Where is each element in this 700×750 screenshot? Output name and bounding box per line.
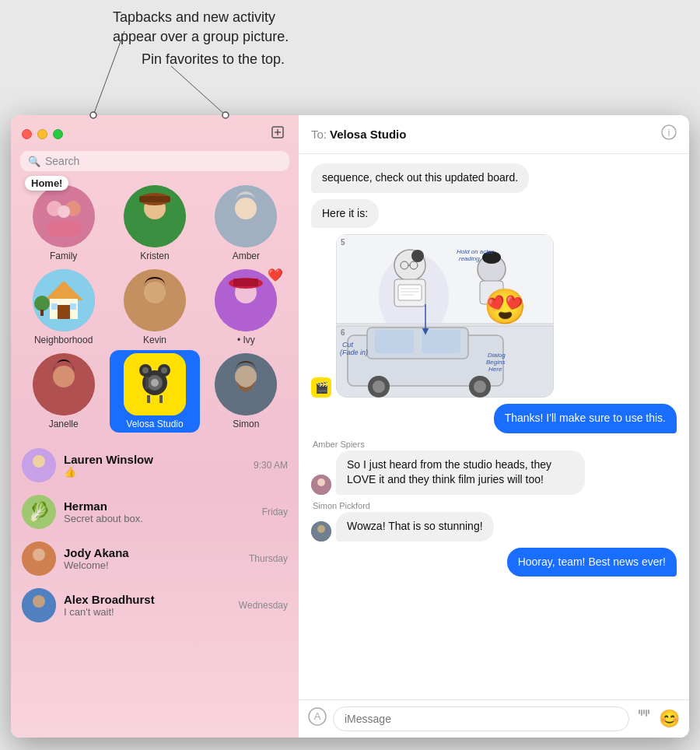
svg-point-92 bbox=[317, 478, 325, 486]
pinned-item-velosa[interactable]: Velosa Studio bbox=[110, 350, 199, 433]
conv-info-lauren: Lauren Winslow 👍 bbox=[64, 453, 246, 478]
svg-rect-98 bbox=[641, 710, 642, 716]
maximize-button[interactable] bbox=[53, 129, 63, 139]
msg-hooray: Hooray, team! Best news ever! bbox=[507, 548, 677, 577]
svg-line-0 bbox=[93, 31, 124, 115]
svg-point-37 bbox=[151, 379, 159, 387]
svg-text:A: A bbox=[314, 710, 321, 722]
svg-rect-65 bbox=[398, 285, 422, 300]
pinned-label-ivy: • Ivy bbox=[237, 335, 255, 345]
svg-rect-79 bbox=[422, 330, 460, 353]
svg-point-83 bbox=[474, 380, 486, 393]
svg-rect-97 bbox=[639, 710, 640, 714]
msg-row-simon-inner: Wowza! That is so stunning! bbox=[311, 512, 677, 541]
close-button[interactable] bbox=[22, 129, 32, 139]
svg-point-17 bbox=[235, 198, 257, 219]
pinned-item-kristen[interactable]: Kristen bbox=[110, 182, 199, 265]
svg-rect-21 bbox=[58, 305, 70, 319]
compose-button[interactable] bbox=[268, 122, 288, 146]
search-bar[interactable]: 🔍 Search bbox=[20, 151, 289, 171]
message-input[interactable] bbox=[333, 706, 629, 731]
svg-rect-38 bbox=[145, 377, 149, 389]
svg-text:Dialog: Dialog bbox=[488, 352, 506, 359]
pinned-item-janelle[interactable]: Janelle bbox=[19, 350, 108, 433]
pinned-item-ivy[interactable]: ❤️ • Ivy bbox=[201, 266, 291, 349]
pinned-label-amber: Amber bbox=[233, 251, 260, 261]
conv-item-jody[interactable]: Jody Akana Welcome! Thursday bbox=[11, 535, 299, 582]
conv-item-alex[interactable]: Alex Broadhurst I can't wait! Wednesday bbox=[11, 582, 299, 629]
svg-text:Hold on actor: Hold on actor bbox=[457, 248, 494, 255]
svg-rect-100 bbox=[646, 710, 647, 717]
chat-to-label: To: bbox=[311, 128, 327, 141]
pinned-label-velosa: Velosa Studio bbox=[126, 419, 183, 429]
conv-preview-jody: Welcome! bbox=[64, 559, 241, 571]
conv-avatar-alex bbox=[22, 588, 56, 622]
annotation-area: Tapbacks and new activity appear over a … bbox=[0, 0, 700, 124]
avatar-kevin bbox=[124, 269, 186, 331]
msg-amber-text: So I just heard from the studio heads, t… bbox=[336, 450, 585, 495]
heart-badge-ivy: ❤️ bbox=[268, 268, 283, 282]
svg-rect-43 bbox=[147, 395, 150, 403]
chat-messages: sequence, check out this updated board. … bbox=[299, 154, 689, 699]
conv-item-herman[interactable]: 🥬 Herman Secret about box. Friday bbox=[11, 489, 299, 535]
pinned-grid: Home! Family bbox=[11, 179, 299, 439]
avatar-family bbox=[33, 185, 95, 247]
pinned-item-kevin[interactable]: Kevin bbox=[110, 266, 199, 349]
svg-text:😍: 😍 bbox=[484, 286, 527, 327]
minimize-button[interactable] bbox=[37, 129, 47, 139]
msg-storyboard-image: Hold on actor reading. 5 😍 bbox=[336, 234, 554, 398]
msg-sender-simon: Simon Pickford bbox=[311, 501, 677, 510]
svg-point-10 bbox=[58, 205, 70, 218]
conv-time-jody: Thursday bbox=[249, 553, 288, 564]
pinned-item-simon[interactable]: Simon bbox=[201, 350, 291, 433]
svg-rect-99 bbox=[643, 710, 645, 714]
conv-time-alex: Wednesday bbox=[239, 600, 288, 611]
svg-text:6: 6 bbox=[341, 328, 345, 337]
svg-point-24 bbox=[34, 296, 50, 311]
avatar-velosa bbox=[124, 353, 186, 415]
audio-button[interactable] bbox=[635, 709, 653, 730]
svg-point-41 bbox=[142, 367, 149, 373]
unread-dot-family bbox=[36, 238, 44, 246]
conv-info-alex: Alex Broadhurst I can't wait! bbox=[64, 593, 231, 618]
conv-item-lauren[interactable]: Lauren Winslow 👍 9:30 AM bbox=[11, 442, 299, 489]
chat-info-button[interactable]: i bbox=[661, 124, 677, 144]
svg-rect-15 bbox=[139, 196, 170, 202]
svg-point-60 bbox=[411, 250, 424, 262]
svg-rect-23 bbox=[70, 303, 76, 310]
conv-time-lauren: 9:30 AM bbox=[254, 460, 288, 471]
chat-to-name: Velosa Studio bbox=[330, 128, 406, 141]
conv-preview-alex: I can't wait! bbox=[64, 606, 231, 618]
conv-name-herman: Herman bbox=[64, 499, 254, 513]
msg-row-image: 🎬 bbox=[311, 234, 677, 398]
avatar-neighborhood bbox=[33, 269, 95, 331]
svg-text:Cut: Cut bbox=[342, 341, 354, 349]
svg-text:i: i bbox=[668, 128, 670, 138]
pinned-label-family: Family bbox=[50, 251, 77, 261]
conv-time-herman: Friday bbox=[262, 506, 288, 517]
apps-button[interactable]: A bbox=[308, 707, 327, 731]
conv-name-jody: Jody Akana bbox=[64, 546, 241, 559]
msg-row-amber-inner: So I just heard from the studio heads, t… bbox=[311, 450, 677, 495]
conv-preview-herman: Secret about box. bbox=[64, 513, 254, 524]
msg-sender-amber: Amber Spiers bbox=[311, 440, 677, 449]
avatar-kristen bbox=[124, 185, 186, 247]
svg-rect-78 bbox=[375, 330, 414, 353]
svg-text:reading.: reading. bbox=[459, 255, 481, 262]
msg-avatar-simon-small bbox=[311, 521, 331, 541]
svg-point-27 bbox=[144, 282, 166, 303]
pinned-item-family[interactable]: Home! Family bbox=[19, 182, 108, 265]
pinned-item-neighborhood[interactable]: Neighborhood bbox=[19, 266, 108, 349]
pinned-label-kevin: Kevin bbox=[143, 335, 166, 345]
annotation-text-1: Tapbacks and new activity appear over a … bbox=[113, 8, 289, 47]
emoji-button[interactable]: 😊 bbox=[659, 709, 680, 729]
annotation-text-2: Pin favorites to the top. bbox=[142, 50, 285, 69]
svg-rect-22 bbox=[51, 303, 58, 310]
svg-rect-31 bbox=[233, 279, 258, 286]
svg-point-42 bbox=[161, 367, 167, 373]
pinned-item-amber[interactable]: Amber bbox=[201, 182, 291, 265]
chat-input-bar: A 😊 bbox=[299, 699, 689, 738]
traffic-lights bbox=[22, 129, 63, 139]
msg-thanks: Thanks! I'll make sure to use this. bbox=[494, 404, 677, 433]
msg-avatar-amber-small bbox=[311, 475, 331, 495]
